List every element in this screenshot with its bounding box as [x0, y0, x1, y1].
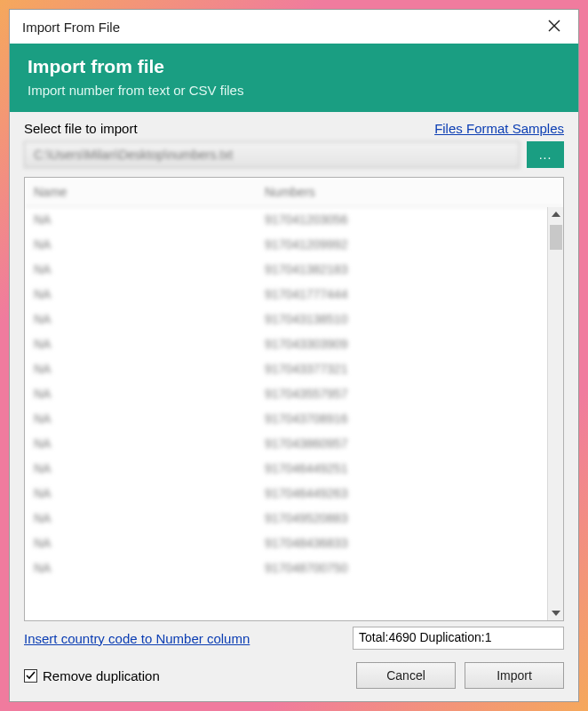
table-body: NA917041203056NA917041209992NA9170413821… — [25, 207, 563, 620]
close-icon[interactable] — [543, 18, 566, 36]
cell-name: NA — [34, 511, 265, 525]
cell-name: NA — [34, 486, 265, 500]
remove-duplication-checkbox[interactable]: Remove duplication — [24, 668, 160, 683]
file-input-row: C:\Users\Milan\Desktop\numbers.txt ... — [24, 141, 564, 168]
table-row[interactable]: NA917043557957 — [25, 381, 547, 406]
cell-name: NA — [34, 436, 265, 451]
column-numbers-header[interactable]: Numbers — [265, 185, 554, 199]
scroll-up-icon[interactable] — [552, 212, 560, 217]
table-row[interactable]: NA917043708916 — [25, 406, 547, 431]
cell-number: 917046449251 — [265, 461, 538, 475]
cell-number: 917043138510 — [265, 312, 538, 326]
import-button[interactable]: Import — [465, 662, 564, 689]
cell-number: 917043557957 — [265, 387, 538, 401]
cell-name: NA — [34, 536, 265, 550]
table-row[interactable]: NA917041203056 — [25, 207, 547, 232]
cell-name: NA — [34, 262, 265, 276]
file-path-input[interactable]: C:\Users\Milan\Desktop\numbers.txt — [24, 141, 520, 168]
cell-number: 917043377321 — [265, 362, 538, 376]
header-banner: Import from file Import number from text… — [10, 44, 578, 112]
file-select-labels: Select file to import Files Format Sampl… — [24, 121, 564, 136]
checkbox-icon[interactable] — [24, 669, 37, 683]
table-row[interactable]: NA917041382183 — [25, 257, 547, 282]
vertical-scrollbar[interactable] — [547, 207, 563, 620]
window-title: Import From File — [22, 20, 120, 35]
insert-country-code-link[interactable]: Insert country code to Number column — [24, 631, 250, 646]
cell-name: NA — [34, 387, 265, 401]
cell-number: 917043708916 — [265, 411, 538, 426]
cell-name: NA — [34, 312, 265, 326]
dialog-buttons: Cancel Import — [356, 662, 564, 689]
bottom-row: Remove duplication Cancel Import — [24, 662, 564, 689]
table-header: Name Numbers — [25, 178, 563, 207]
scroll-down-icon[interactable] — [552, 611, 560, 616]
cell-number: 917046449263 — [265, 486, 538, 500]
table-row[interactable]: NA917043138510 — [25, 307, 547, 332]
cell-name: NA — [34, 337, 265, 351]
cell-name: NA — [34, 237, 265, 252]
files-format-samples-link[interactable]: Files Format Samples — [434, 121, 564, 136]
cancel-button[interactable]: Cancel — [356, 662, 456, 689]
table-row[interactable]: NA917043303909 — [25, 332, 547, 356]
cell-number: 917041382183 — [265, 262, 538, 276]
import-dialog: Import From File Import from file Import… — [9, 9, 579, 702]
table-row[interactable]: NA917046449251 — [25, 456, 547, 481]
cell-number: 917041777444 — [265, 287, 538, 301]
cell-number: 917043303909 — [265, 337, 538, 351]
table-row[interactable]: NA917049520883 — [25, 506, 547, 531]
table-row[interactable]: NA917048436833 — [25, 531, 547, 555]
status-display: Total:4690 Duplication:1 — [353, 627, 564, 650]
table-row[interactable]: NA917043377321 — [25, 356, 547, 381]
table-row[interactable]: NA917048700750 — [25, 555, 547, 580]
cell-number: 917048436833 — [265, 536, 538, 550]
cell-name: NA — [34, 287, 265, 301]
table-row[interactable]: NA917041209992 — [25, 232, 547, 257]
cell-name: NA — [34, 362, 265, 376]
cell-name: NA — [34, 212, 265, 227]
cell-name: NA — [34, 461, 265, 475]
titlebar: Import From File — [10, 10, 578, 44]
column-name-header[interactable]: Name — [34, 185, 265, 199]
cell-name: NA — [34, 561, 265, 575]
content-area: Select file to import Files Format Sampl… — [10, 112, 578, 701]
data-table: Name Numbers NA917041203056NA91704120999… — [24, 177, 564, 621]
select-file-label: Select file to import — [24, 121, 138, 136]
browse-button[interactable]: ... — [527, 141, 564, 168]
remove-duplication-label: Remove duplication — [43, 668, 160, 683]
header-subtitle: Import number from text or CSV files — [28, 83, 560, 98]
cell-number: 917049520883 — [265, 511, 538, 525]
under-table-row: Insert country code to Number column Tot… — [24, 627, 564, 650]
cell-number: 917041203056 — [265, 212, 538, 227]
scroll-thumb[interactable] — [550, 225, 562, 250]
header-title: Import from file — [28, 56, 560, 77]
cell-number: 917048700750 — [265, 561, 538, 575]
cell-name: NA — [34, 411, 265, 426]
table-row[interactable]: NA917046449263 — [25, 481, 547, 506]
table-row[interactable]: NA917043860957 — [25, 431, 547, 456]
cell-number: 917043860957 — [265, 436, 538, 451]
table-row[interactable]: NA917041777444 — [25, 282, 547, 307]
cell-number: 917041209992 — [265, 237, 538, 252]
